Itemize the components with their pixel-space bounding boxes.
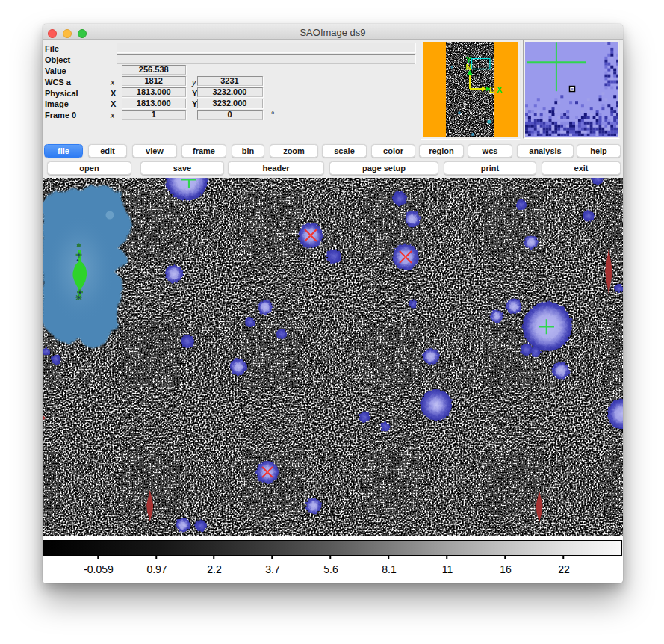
svg-text:E: E bbox=[489, 85, 494, 94]
svg-text:N: N bbox=[466, 63, 472, 72]
svg-text:X: X bbox=[497, 85, 503, 94]
